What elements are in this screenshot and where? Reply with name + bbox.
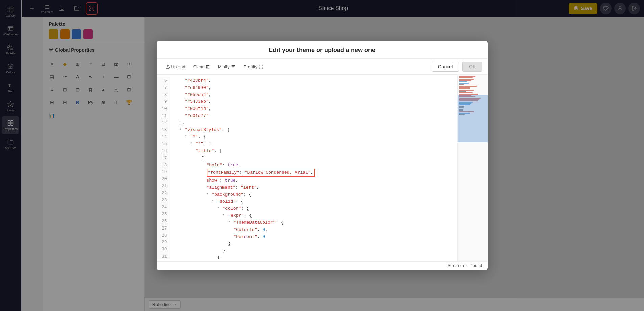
code-line-20: show : true, [174, 177, 453, 184]
upload-button[interactable]: Upload [162, 62, 189, 71]
code-line-10: "#006f4d", [174, 105, 453, 113]
code-line-17: { [174, 155, 453, 162]
code-line-6: "#428bf4", [174, 77, 453, 85]
code-line-29: } [174, 240, 453, 247]
code-line-18: "bold": true, [174, 162, 453, 169]
code-line-22: ▾"background": { [174, 191, 453, 198]
code-line-14: ▾"*": { [174, 134, 453, 141]
code-editor-area: 6 7 8 9 10 11 12 13 14 15 16 17 18 19 20… [157, 75, 488, 261]
modal-status: 0 errors found [157, 261, 488, 270]
trash-icon [205, 64, 210, 69]
minify-button[interactable]: Minify [215, 62, 239, 71]
code-line-23: ▾"solid": { [174, 198, 453, 206]
prettify-icon [259, 64, 263, 69]
cancel-button[interactable]: Cancel [432, 62, 459, 72]
code-line-19: "fontFamily": "Barlow Condensed, Arial", [174, 169, 453, 177]
code-line-30: } [174, 247, 453, 255]
upload-icon [165, 64, 170, 69]
code-line-16: "title": [ [174, 148, 453, 155]
code-line-27: "ColorId": 0, [174, 226, 453, 234]
code-line-21: "alignment": "left", [174, 184, 453, 191]
code-line-7: "#d64990", [174, 85, 453, 92]
modal-overlay: Edit your theme or upload a new one Uplo… [0, 0, 644, 311]
code-line-11: "#d01c27" [174, 113, 453, 120]
code-line-15: ▾"*": { [174, 141, 453, 148]
code-line-28: "Percent": 0 [174, 234, 453, 241]
modal-title: Edit your theme or upload a new one [157, 41, 488, 59]
code-line-26: ▾"ThemeDataColor": { [174, 219, 453, 226]
code-line-9: "#5433eb", [174, 98, 453, 105]
code-line-12: ], [174, 120, 453, 127]
code-content[interactable]: "#428bf4", "#d64990", "#059da4", "#5433e… [170, 77, 457, 259]
minimap-selection [458, 95, 488, 142]
code-line-25: ▾"expr": { [174, 212, 453, 219]
clear-button[interactable]: Clear [190, 62, 213, 71]
line-numbers: 6 7 8 9 10 11 12 13 14 15 16 17 18 19 20… [157, 77, 170, 259]
code-line-31: } [174, 255, 453, 259]
theme-editor-modal: Edit your theme or upload a new one Uplo… [157, 41, 488, 270]
minimap [457, 75, 488, 261]
code-editor[interactable]: 6 7 8 9 10 11 12 13 14 15 16 17 18 19 20… [157, 75, 457, 261]
code-line-13: ▾"visualStyles": { [174, 127, 453, 134]
code-line-24: ▾"color": { [174, 205, 453, 212]
modal-toolbar: Upload Clear Minify Prettify Cancel OK [157, 59, 488, 75]
prettify-button[interactable]: Prettify [240, 62, 267, 71]
ok-button[interactable]: OK [462, 62, 482, 72]
code-line-8: "#059da4", [174, 92, 453, 99]
minify-icon [231, 64, 236, 69]
